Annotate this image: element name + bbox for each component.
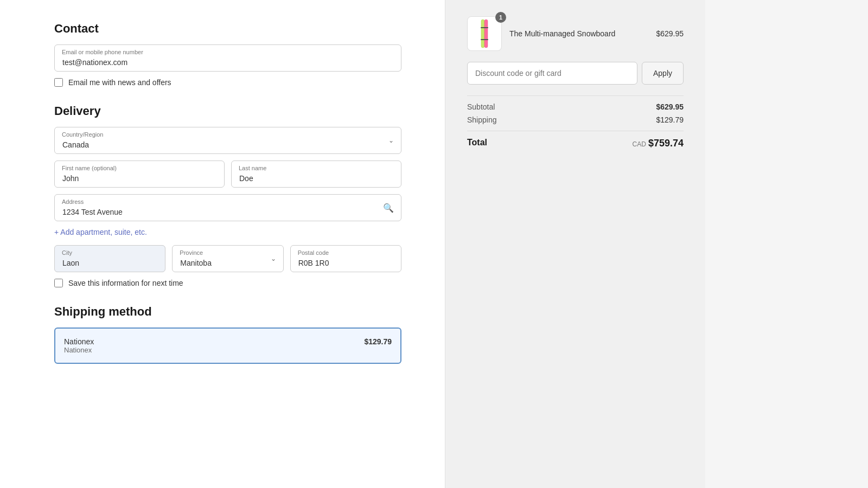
contact-section: Contact Email or mobile phone number Ema… xyxy=(54,22,401,87)
total-currency: CAD xyxy=(633,140,646,148)
apply-button[interactable]: Apply xyxy=(642,62,684,85)
address-label: Address xyxy=(62,198,84,205)
add-apartment-link[interactable]: + Add apartment, suite, etc. xyxy=(54,228,147,236)
svg-rect-3 xyxy=(481,39,488,40)
total-divider xyxy=(467,131,684,131)
product-price: $629.95 xyxy=(656,29,684,38)
left-panel: Contact Email or mobile phone number Ema… xyxy=(0,0,445,488)
save-info-checkbox[interactable] xyxy=(54,279,63,287)
product-image-wrap: 1 xyxy=(467,16,502,51)
product-snowboard-svg xyxy=(473,18,496,49)
newsletter-label[interactable]: Email me with news and offers xyxy=(68,78,171,87)
product-name: The Multi-managed Snowboard xyxy=(509,29,648,38)
first-name-label: First name (optional) xyxy=(62,165,117,171)
save-info-row: Save this information for next time xyxy=(54,279,401,287)
address-input[interactable] xyxy=(54,194,401,221)
contact-heading: Contact xyxy=(54,22,401,36)
country-label: Country/Region xyxy=(62,131,103,138)
product-image xyxy=(467,16,502,51)
search-icon: 🔍 xyxy=(383,203,394,213)
email-input-group: Email or mobile phone number xyxy=(54,44,401,72)
shipping-summary-value: $129.79 xyxy=(656,115,684,124)
discount-row: Apply xyxy=(467,62,684,85)
newsletter-checkbox[interactable] xyxy=(54,78,63,87)
total-amount: $759.74 xyxy=(648,138,684,149)
province-group: Province Manitoba Ontario Quebec Alberta… xyxy=(172,245,283,272)
newsletter-row: Email me with news and offers xyxy=(54,78,401,87)
shipping-carrier-name: Nationex xyxy=(64,337,94,346)
postal-label: Postal code xyxy=(298,249,329,256)
subtotal-row: Subtotal $629.95 xyxy=(467,102,684,111)
city-province-postal-row: City Province Manitoba Ontario Quebec Al… xyxy=(54,245,401,272)
first-name-group: First name (optional) xyxy=(54,160,225,188)
product-qty-badge: 1 xyxy=(495,12,506,23)
subtotal-value: $629.95 xyxy=(656,102,684,111)
last-name-group: Last name xyxy=(231,160,401,188)
right-panel: 1 The Multi-managed Snowboard $629.95 Ap… xyxy=(445,0,705,488)
name-row: First name (optional) Last name xyxy=(54,160,401,188)
address-group: Address 🔍 xyxy=(54,194,401,221)
subtotal-label: Subtotal xyxy=(467,102,495,111)
delivery-heading: Delivery xyxy=(54,104,401,118)
postal-group: Postal code xyxy=(290,245,401,272)
country-select[interactable]: Canada United States xyxy=(54,127,401,154)
product-row: 1 The Multi-managed Snowboard $629.95 xyxy=(467,16,684,51)
shipping-carrier-sub: Nationex xyxy=(64,346,94,354)
province-label: Province xyxy=(180,249,203,256)
total-row: Total CAD$759.74 xyxy=(467,138,684,149)
discount-input[interactable] xyxy=(467,62,637,85)
total-label: Total xyxy=(467,138,487,149)
total-value-group: CAD$759.74 xyxy=(633,138,684,149)
shipping-carrier-price: $129.79 xyxy=(364,337,392,346)
city-group: City xyxy=(54,245,165,272)
country-select-group: Country/Region Canada United States ⌄ xyxy=(54,127,401,154)
svg-rect-1 xyxy=(484,20,488,48)
shipping-info: Nationex Nationex xyxy=(64,337,94,354)
svg-rect-0 xyxy=(481,20,484,48)
shipping-option[interactable]: Nationex Nationex $129.79 xyxy=(54,328,401,364)
save-info-label[interactable]: Save this information for next time xyxy=(68,279,183,287)
city-label: City xyxy=(62,249,72,256)
shipping-summary-label: Shipping xyxy=(467,115,497,124)
shipping-section: Shipping method Nationex Nationex $129.7… xyxy=(54,305,401,364)
shipping-heading: Shipping method xyxy=(54,305,401,319)
svg-rect-2 xyxy=(481,27,488,28)
email-label: Email or mobile phone number xyxy=(62,49,143,55)
summary-divider xyxy=(467,95,684,96)
last-name-label: Last name xyxy=(239,165,266,171)
shipping-row: Shipping $129.79 xyxy=(467,115,684,124)
delivery-section: Delivery Country/Region Canada United St… xyxy=(54,104,401,287)
